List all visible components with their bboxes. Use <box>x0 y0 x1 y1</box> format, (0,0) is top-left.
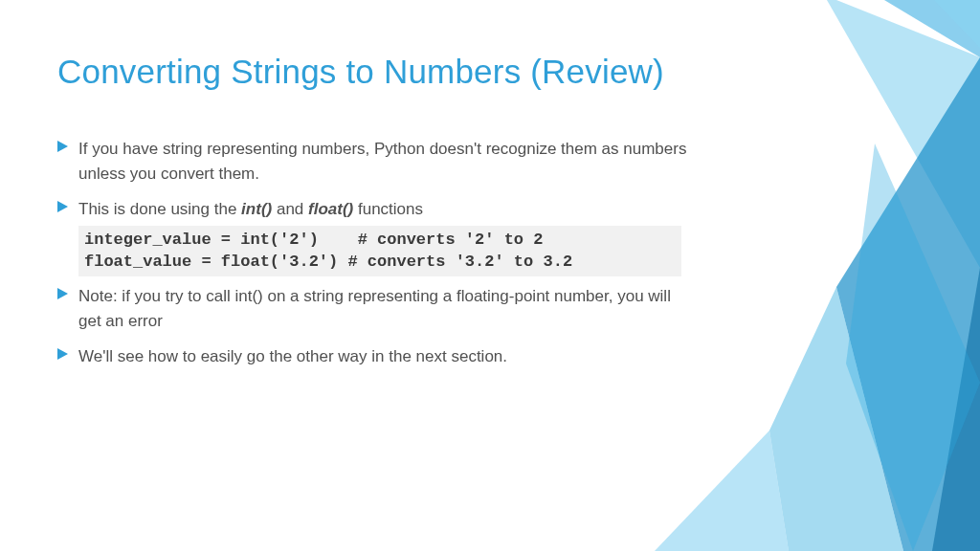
svg-marker-9 <box>57 201 68 212</box>
triangle-bullet-icon <box>57 141 78 152</box>
triangle-bullet-icon <box>57 201 78 212</box>
svg-marker-8 <box>57 141 68 152</box>
bullet-text: Note: if you try to call int() on a stri… <box>78 284 691 333</box>
svg-marker-11 <box>57 348 68 360</box>
triangle-bullet-icon <box>57 288 78 299</box>
list-item: If you have string representing numbers,… <box>57 137 913 186</box>
list-item: This is done using the int() and float()… <box>57 197 913 222</box>
triangle-bullet-icon <box>57 348 78 360</box>
svg-marker-10 <box>57 288 68 299</box>
slide-title: Converting Strings to Numbers (Review) <box>57 53 913 91</box>
list-item: We'll see how to easily go the other way… <box>57 344 913 369</box>
bullet-text: This is done using the int() and float()… <box>78 197 691 222</box>
bullet-text: If you have string representing numbers,… <box>78 137 691 186</box>
list-item: Note: if you try to call int() on a stri… <box>57 284 913 333</box>
svg-marker-4 <box>655 430 789 551</box>
code-block: integer_value = int('2') # converts '2' … <box>78 226 681 277</box>
bullet-text: We'll see how to easily go the other way… <box>78 344 691 369</box>
bullet-list: If you have string representing numbers,… <box>57 137 913 369</box>
slide-content: Converting Strings to Numbers (Review) I… <box>0 0 980 419</box>
